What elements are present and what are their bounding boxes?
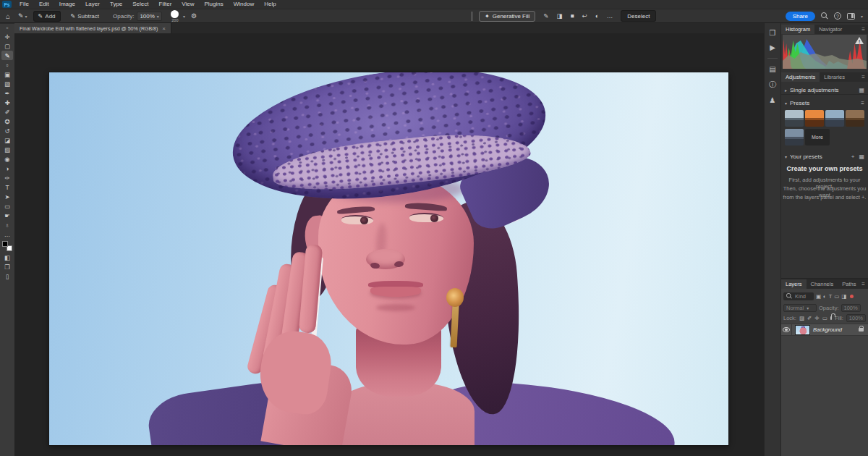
lock-artboard-icon[interactable]: ▭ (822, 315, 827, 321)
canvas[interactable] (49, 72, 728, 445)
eraser-tool[interactable]: ◪ (1, 135, 13, 145)
filter-adjustment-icon[interactable]: ◐ (823, 293, 827, 300)
selection-brush-tool[interactable]: ✎ (1, 51, 13, 60)
refine-edge-icon[interactable]: ◨ (556, 12, 562, 20)
list-view-icon[interactable]: ≡ (861, 100, 864, 106)
transform-icon[interactable]: ↩ (582, 12, 587, 20)
menu-file[interactable]: File (14, 0, 34, 9)
panel-menu-icon[interactable]: ≡ (861, 281, 865, 287)
search-icon[interactable] (821, 12, 828, 20)
menu-image[interactable]: Image (54, 0, 80, 9)
filter-shape-icon[interactable]: ▭ (834, 293, 839, 300)
foreground-color-swatch[interactable] (2, 241, 8, 247)
workspace-switcher-icon[interactable] (847, 13, 855, 20)
brush-size-control[interactable]: 200 (170, 9, 180, 22)
layer-lock-icon[interactable] (859, 328, 864, 332)
zoom-tool[interactable]: ♁ (1, 220, 13, 229)
generative-fill-button[interactable]: ✦ Generative Fill (479, 11, 535, 22)
preset-thumbnail[interactable] (785, 110, 804, 127)
layer-thumbnail[interactable] (795, 325, 810, 335)
subtract-mode-button[interactable]: ✎ Subtract (67, 12, 104, 21)
preset-thumbnail[interactable] (825, 110, 844, 127)
color-swatches[interactable] (2, 241, 12, 251)
tab-paths[interactable]: Paths (838, 279, 860, 289)
more-presets-button[interactable]: More (805, 129, 830, 145)
fill-field[interactable]: 100% (846, 314, 866, 322)
clone-source-icon[interactable]: ♟ (770, 96, 776, 104)
screen-mode-button[interactable]: ❐ (1, 262, 13, 271)
opacity-field[interactable]: 100% ▾ (137, 12, 161, 21)
tab-adjustments[interactable]: Adjustments (781, 72, 820, 82)
share-button[interactable]: Share (786, 12, 815, 21)
blur-tool[interactable]: ◉ (1, 154, 13, 164)
menu-select[interactable]: Select (127, 0, 153, 9)
tab-histogram[interactable]: Histogram (781, 25, 814, 34)
layer-opacity-field[interactable]: 100% (841, 304, 861, 312)
gradient-tool[interactable]: ▧ (1, 145, 13, 154)
lock-position-icon[interactable]: ✛ (814, 315, 819, 321)
path-selection-tool[interactable]: ➤ (1, 192, 13, 201)
pen-tool[interactable]: ✑ (1, 173, 13, 182)
tool-preset-button[interactable]: ✎ ▾ (18, 12, 27, 20)
more-tools-icon[interactable]: … (1, 229, 13, 239)
object-selection-tool[interactable]: ▫ (1, 60, 13, 69)
grid-view-icon[interactable]: ▦ (859, 87, 864, 93)
blend-mode-select[interactable]: Normal ▾ (783, 304, 817, 312)
menu-view[interactable]: View (176, 0, 199, 9)
tab-layers[interactable]: Layers (781, 279, 807, 289)
collapse-toolbar-icon[interactable]: » (6, 25, 8, 30)
brush-tool[interactable]: ✐ (1, 107, 13, 117)
invert-selection-icon[interactable]: ◐ (595, 12, 599, 20)
menu-window[interactable]: Window (229, 0, 259, 9)
filter-toggle[interactable] (850, 295, 854, 298)
layer-row-background[interactable]: Background (781, 324, 868, 336)
help-icon[interactable]: ? (834, 12, 841, 20)
single-adjustments-row[interactable]: ▸ Single adjustments ▦ (781, 85, 868, 95)
actions-icon[interactable]: ▶ (770, 43, 775, 51)
tab-channels[interactable]: Channels (807, 279, 838, 289)
quick-mask-button[interactable]: ◧ (1, 253, 13, 262)
preset-thumbnail[interactable] (846, 110, 864, 127)
menu-layer[interactable]: Layer (80, 0, 105, 9)
type-tool[interactable]: T (1, 182, 13, 192)
panel-menu-icon[interactable]: ≡ (861, 74, 865, 80)
menu-plugins[interactable]: Plugins (200, 0, 229, 9)
add-preset-icon[interactable]: + (851, 153, 855, 160)
brush-settings-icon[interactable]: ⚙ (191, 12, 197, 20)
menu-filter[interactable]: Filter (154, 0, 177, 9)
dodge-tool[interactable]: ◑ (1, 164, 13, 173)
lock-transparency-icon[interactable]: ▨ (799, 315, 804, 321)
move-tool[interactable]: ✛ (1, 32, 13, 41)
select-and-mask-icon[interactable]: ■ (570, 12, 574, 20)
lock-all-icon[interactable] (830, 316, 832, 320)
learn-icon[interactable]: ❒ (770, 29, 776, 37)
grid-view-icon[interactable]: ▦ (859, 153, 864, 160)
frame-tool[interactable]: ▨ (1, 79, 13, 88)
marquee-tool[interactable]: ▢ (1, 41, 13, 51)
hand-tool[interactable]: ☛ (1, 211, 13, 220)
your-presets-row[interactable]: ▾ Your presets + ▦ (781, 152, 868, 161)
info-icon[interactable]: ⓘ (769, 80, 776, 90)
layer-search-field[interactable]: Kind (783, 292, 814, 300)
preset-thumbnail[interactable] (805, 110, 824, 127)
panel-menu-icon[interactable]: ≡ (861, 26, 865, 33)
presets-row[interactable]: ▾ Presets ≡ (781, 98, 868, 108)
crop-tool[interactable]: ▣ (1, 69, 13, 79)
home-icon[interactable]: ⌂ (6, 12, 10, 20)
visibility-toggle[interactable] (781, 324, 792, 335)
tab-close-icon[interactable]: × (162, 25, 166, 32)
deselect-button[interactable]: Deselect (621, 11, 655, 21)
eyedropper-tool[interactable]: ✒ (1, 88, 13, 98)
history-brush-tool[interactable]: ↺ (1, 126, 13, 135)
modify-selection-icon[interactable]: ✎ (543, 12, 548, 20)
clone-stamp-tool[interactable]: ✪ (1, 117, 13, 126)
preset-thumbnail[interactable] (785, 129, 804, 145)
tab-libraries[interactable]: Libraries (820, 72, 849, 82)
filter-smart-object-icon[interactable]: ◨ (841, 293, 846, 300)
tab-navigator[interactable]: Navigator (814, 25, 846, 34)
healing-brush-tool[interactable]: ✚ (1, 98, 13, 107)
shape-tool[interactable]: ▭ (1, 201, 13, 211)
menu-help[interactable]: Help (259, 0, 281, 9)
add-mode-button[interactable]: ✎ Add (34, 12, 60, 21)
menu-edit[interactable]: Edit (34, 0, 54, 9)
